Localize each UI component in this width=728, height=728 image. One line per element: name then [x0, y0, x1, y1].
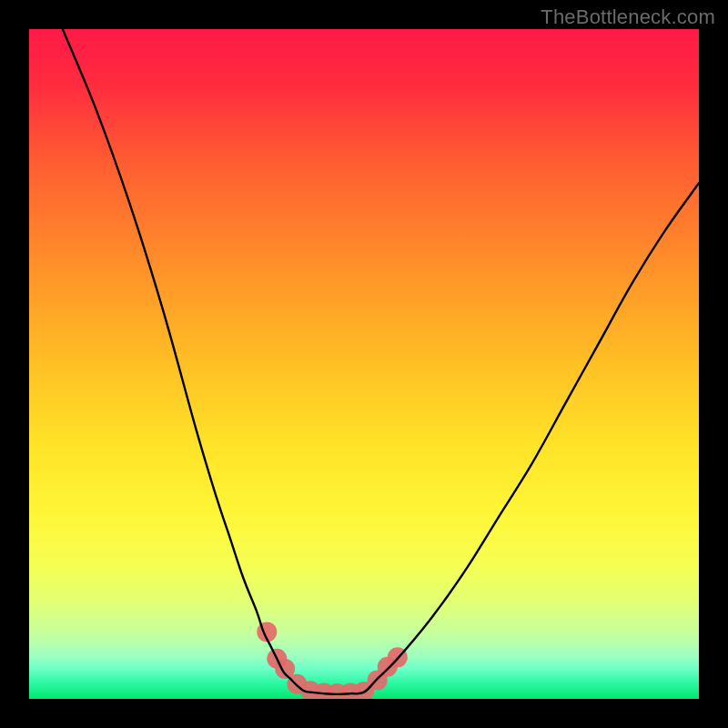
chart-frame: TheBottleneck.com	[0, 0, 728, 728]
plot-area	[29, 29, 699, 699]
watermark-text: TheBottleneck.com	[541, 5, 715, 29]
curve-layer	[29, 29, 699, 699]
v-curve	[63, 29, 699, 694]
trough-markers	[257, 622, 408, 699]
